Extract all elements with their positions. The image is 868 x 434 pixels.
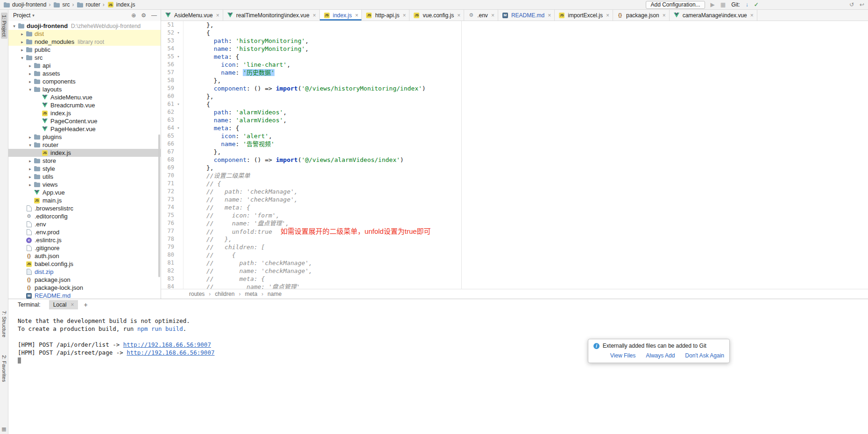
close-icon[interactable]: × <box>491 12 494 19</box>
fold-marker-icon[interactable]: ▾ <box>174 100 183 108</box>
breadcrumb-item[interactable]: router <box>76 1 100 8</box>
editor-tab[interactable]: ⚙.env× <box>464 10 498 21</box>
fold-marker-icon[interactable]: ▾ <box>174 53 183 61</box>
fold-marker-icon[interactable]: ▾ <box>174 124 183 132</box>
tree-item[interactable]: ▸store <box>8 157 161 165</box>
tree-item[interactable]: .env.prod <box>8 228 161 236</box>
git-commit-icon[interactable]: ✓ <box>754 2 759 7</box>
tree-item[interactable]: ▸api <box>8 62 161 70</box>
tree-item[interactable]: Breadcrumb.vue <box>8 101 161 109</box>
tree-item[interactable]: .gitignore <box>8 244 161 252</box>
tool-windows-toggle-icon[interactable]: ▦ <box>1 426 6 432</box>
breadcrumb-item[interactable]: src <box>53 1 70 8</box>
tree-item[interactable]: ▾src <box>8 54 161 62</box>
tree-item[interactable]: dist.zip <box>8 268 161 276</box>
stripe-favorites-tab[interactable]: 2: Favorites <box>1 353 7 384</box>
tree-item[interactable]: ▾router <box>8 141 161 149</box>
tree-item[interactable]: ▸style <box>8 165 161 173</box>
close-icon[interactable]: × <box>606 12 609 19</box>
editor-tab[interactable]: realTimeMonitoring\index.vue× <box>223 10 320 21</box>
tree-item[interactable]: {}package-lock.json <box>8 284 161 292</box>
editor-tab[interactable]: JShttp-api.js× <box>362 10 409 21</box>
rollback-icon[interactable]: ↩ <box>860 2 864 7</box>
editor-tab[interactable]: {}package.json× <box>613 10 670 21</box>
tree-item[interactable]: ▸utils <box>8 173 161 181</box>
chevron-down-icon[interactable]: ▾ <box>32 13 35 18</box>
tree-item[interactable]: PageHeader.vue <box>8 125 161 133</box>
tree-item[interactable]: JSbabel.config.js <box>8 260 161 268</box>
close-icon[interactable]: × <box>457 12 460 19</box>
notification-action[interactable]: Always Add <box>646 352 675 359</box>
editor-tab[interactable]: AsideMenu.vue× <box>161 10 223 21</box>
tree-item[interactable]: .browserslistrc <box>8 204 161 212</box>
chevron-right-icon[interactable]: ▸ <box>19 40 25 44</box>
locate-file-icon[interactable]: ⊕ <box>131 12 136 19</box>
breadcrumb-item[interactable]: JSindex.js <box>107 1 135 8</box>
chevron-down-icon[interactable]: ▾ <box>11 24 17 28</box>
build-icon[interactable]: ▦ <box>720 2 726 7</box>
chevron-right-icon[interactable]: ▸ <box>27 175 33 179</box>
stripe-structure-tab[interactable]: 7: Structure <box>1 308 7 340</box>
close-icon[interactable]: × <box>216 12 219 19</box>
editor-tab[interactable]: MREADME.md× <box>498 10 555 21</box>
settings-icon[interactable]: ⚙ <box>141 12 146 19</box>
breadcrumb-item[interactable]: name <box>268 291 282 297</box>
tree-item[interactable]: {}auth.json <box>8 252 161 260</box>
editor-tab[interactable]: JSvue.config.js× <box>409 10 464 21</box>
close-icon[interactable]: × <box>548 12 551 19</box>
chevron-right-icon[interactable]: ▸ <box>27 159 33 163</box>
terminal-link[interactable]: http://192.168.66.56:9007 <box>123 341 211 348</box>
tree-item[interactable]: ▸views <box>8 181 161 189</box>
tree-item[interactable]: MREADME.md <box>8 292 161 299</box>
tree-item[interactable]: ▸dist <box>8 30 161 38</box>
editor-tab[interactable]: JSindex.js× <box>320 10 362 21</box>
tree-item[interactable]: .env <box>8 220 161 228</box>
tree-item[interactable]: JSmain.js <box>8 196 161 204</box>
chevron-right-icon[interactable]: ▸ <box>27 63 33 68</box>
tree-item[interactable]: {}package.json <box>8 276 161 284</box>
tree-item[interactable]: ▸public <box>8 46 161 54</box>
notification-action[interactable]: View Files <box>610 352 635 359</box>
fold-marker-icon[interactable]: ▾ <box>174 29 183 37</box>
close-icon[interactable]: × <box>663 12 666 19</box>
notification-action[interactable]: Don't Ask Again <box>685 352 724 359</box>
chevron-down-icon[interactable]: ▾ <box>27 87 33 92</box>
tree-item[interactable]: e.eslintrc.js <box>8 236 161 244</box>
editor-tab[interactable]: JSimportExcel.js× <box>555 10 613 21</box>
add-configuration-button[interactable]: Add Configuration... <box>646 1 705 9</box>
tree-item[interactable]: AsideMenu.vue <box>8 93 161 101</box>
chevron-down-icon[interactable]: ▾ <box>19 56 25 60</box>
new-terminal-icon[interactable]: + <box>84 301 87 308</box>
breadcrumb-item[interactable]: meta <box>245 291 257 297</box>
tree-item[interactable]: JSindex.js <box>8 149 161 157</box>
terminal-link[interactable]: http://192.168.66.56:9007 <box>127 349 214 356</box>
tree-item[interactable]: ▸assets <box>8 70 161 77</box>
hide-panel-icon[interactable]: — <box>151 12 157 19</box>
scrollbar-thumb[interactable] <box>158 134 160 277</box>
tree-item[interactable]: ▸components <box>8 77 161 85</box>
code-editor[interactable]: 51 },52▾ {53 path: 'historyMonitoring',5… <box>161 21 868 289</box>
tree-item[interactable]: PageContent.vue <box>8 117 161 125</box>
tree-item[interactable]: ▸plugins <box>8 133 161 141</box>
breadcrumb-item[interactable]: routes <box>189 291 205 297</box>
terminal-console[interactable]: Note that the development build is not o… <box>8 310 868 434</box>
chevron-right-icon[interactable]: ▸ <box>27 182 33 187</box>
tree-item[interactable]: ▾layouts <box>8 85 161 93</box>
chevron-right-icon[interactable]: ▸ <box>19 48 25 52</box>
close-icon[interactable]: × <box>402 12 406 19</box>
terminal-tab-local[interactable]: Local × <box>49 300 78 309</box>
editor-tab[interactable]: cameraManage\index.vue× <box>670 10 757 21</box>
chevron-right-icon[interactable]: ▸ <box>19 32 25 36</box>
close-icon[interactable]: × <box>313 12 316 19</box>
tree-item[interactable]: ▸node_moduleslibrary root <box>8 38 161 46</box>
tree-item[interactable]: JSindex.js <box>8 109 161 117</box>
close-icon[interactable]: × <box>355 12 358 19</box>
breadcrumb-item[interactable]: children <box>215 291 234 297</box>
chevron-right-icon[interactable]: ▸ <box>27 135 33 140</box>
tree-item[interactable]: ⚙.editorconfig <box>8 212 161 220</box>
git-update-icon[interactable]: ↓ <box>746 2 748 7</box>
chevron-down-icon[interactable]: ▾ <box>27 143 33 147</box>
chevron-right-icon[interactable]: ▸ <box>27 71 33 76</box>
tree-item[interactable]: App.vue <box>8 189 161 196</box>
close-icon[interactable]: × <box>750 12 754 19</box>
